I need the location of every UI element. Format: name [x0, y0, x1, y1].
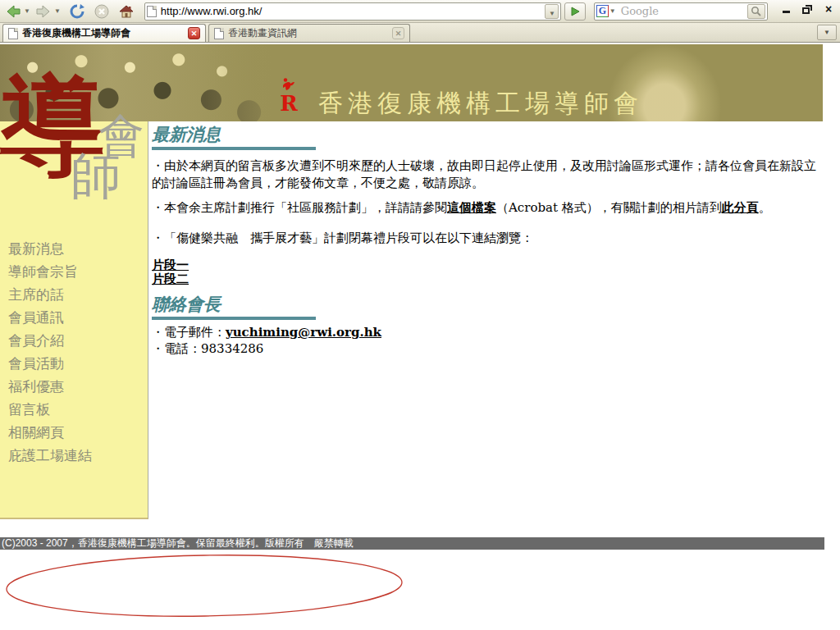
sidebar-item-messageboard[interactable]: 留言板	[8, 399, 92, 422]
news-heading-rule	[152, 147, 316, 150]
sidebar-menu: 最新消息 導師會宗旨 主席的話 會員通訊 會員介紹 會員活動 福利優惠 留言板 …	[8, 238, 92, 468]
copyright-footer: (C)2003 - 2007，香港復康機構工場導師會。保留最終權利。版權所有 嚴…	[0, 537, 824, 550]
contact-heading-rule	[152, 317, 316, 320]
p2-text: 。	[759, 200, 771, 215]
news-paragraph-2: ・本會余主席計劃推行「社區服務計劃」，詳請請參閱這個檔案（Acrobat 格式）…	[152, 199, 818, 217]
contact-heading: 聯絡會長	[152, 293, 818, 316]
engine-dropdown-caret[interactable]: ▼	[609, 7, 616, 15]
email-link[interactable]: yuchiming@rwi.org.hk	[226, 325, 381, 340]
stop-button[interactable]	[92, 2, 112, 21]
tab-close-icon[interactable]: ✕	[392, 27, 404, 39]
back-arrow-icon	[5, 3, 21, 20]
reload-button[interactable]	[67, 2, 87, 21]
restore-button[interactable]	[801, 3, 814, 15]
url-bar[interactable]: http://www.rwi.org.hk/ ▼	[144, 2, 561, 21]
forward-button[interactable]	[34, 2, 53, 21]
sidebar-item-mission[interactable]: 導師會宗旨	[8, 261, 92, 284]
url-dropdown-caret-icon: ▼	[549, 10, 555, 17]
tab-title: 香港復康機構工場導師會	[22, 26, 188, 40]
sidebar-item-related-sites[interactable]: 相關網頁	[8, 422, 92, 445]
home-button[interactable]	[116, 2, 136, 21]
video-links: 片段一 片段二	[152, 258, 818, 286]
search-box[interactable]: G ▼ Google	[594, 2, 768, 21]
site-title: 香港復康機構工場導師會	[318, 87, 643, 121]
tab-close-icon[interactable]: ✕	[188, 27, 200, 39]
sidebar-item-chairman[interactable]: 主席的話	[8, 284, 92, 307]
window-controls: ×	[779, 3, 835, 15]
url-input[interactable]: http://www.rwi.org.hk/	[161, 5, 545, 17]
tab-page-icon	[8, 28, 18, 39]
go-button[interactable]	[564, 2, 586, 21]
video-clip-1-link[interactable]: 片段一	[152, 258, 818, 272]
url-dropdown-button[interactable]: ▼	[545, 4, 559, 19]
page-icon	[147, 6, 157, 17]
pdf-file-link[interactable]: 這個檔案	[447, 200, 496, 215]
sidebar-item-latest-news[interactable]: 最新消息	[8, 238, 92, 261]
news-heading: 最新消息	[152, 123, 818, 146]
close-window-button[interactable]: ×	[822, 3, 835, 15]
site-logo: R	[274, 77, 304, 118]
back-history-caret[interactable]: ▼	[24, 7, 30, 15]
sidebar: 最新消息 導師會宗旨 主席的話 會員通訊 會員介紹 會員活動 福利優惠 留言板 …	[0, 121, 148, 519]
main-content: 最新消息 ・由於本網頁的留言板多次遭到不明來歷的人士破壞，故由即日起停止使用，及…	[152, 123, 818, 356]
tab-page-icon	[214, 28, 224, 39]
forward-history-caret[interactable]: ▼	[54, 7, 61, 15]
p2-text: （Acrobat 格式），有關計劃的相片請到	[496, 200, 722, 215]
site-banner: R 香港復康機構工場導師會	[0, 44, 823, 121]
contact-email-line: ・電子郵件：yuchiming@rwi.org.hk	[152, 325, 818, 340]
tab-bar: 香港復康機構工場導師會 ✕ 香港動畫資訊網 ✕ ▼	[0, 23, 840, 43]
video-clip-2-link[interactable]: 片段二	[152, 272, 818, 286]
annotation-ellipse	[0, 502, 418, 625]
back-button[interactable]	[3, 2, 23, 21]
sidebar-item-members[interactable]: 會員介紹	[8, 330, 92, 353]
p2-text: ・本會余主席計劃推行「社區服務計劃」，詳請請參閱	[152, 200, 447, 215]
sidebar-item-activities[interactable]: 會員活動	[8, 353, 92, 376]
news-paragraph-3: ・「傷健樂共融 攜手展才藝」計劃閉幕禮片段可以在以下連結瀏覽：	[152, 230, 818, 247]
stop-icon	[94, 3, 110, 20]
news-paragraph-1: ・由於本網頁的留言板多次遭到不明來歷的人士破壞，故由即日起停止使用，及改用討論區…	[152, 158, 818, 192]
contact-phone-line: ・電話：98334286	[152, 341, 818, 356]
reload-icon	[69, 3, 85, 20]
forward-arrow-icon	[35, 3, 52, 20]
search-input[interactable]: Google	[621, 5, 747, 17]
tab-animation-info[interactable]: 香港動畫資訊網 ✕	[208, 24, 410, 42]
browser-toolbar: ▼ ▼ http://www.rwi.org.hk/ ▼	[0, 0, 840, 23]
search-submit-button[interactable]	[747, 4, 765, 19]
page-viewport: R 香港復康機構工場導師會 最新消息 導師會宗旨 主席的話 會員通訊 會員介紹 …	[0, 43, 840, 630]
sidebar-item-benefits[interactable]: 福利優惠	[8, 376, 92, 399]
sidebar-item-workshop-links[interactable]: 庇護工場連結	[8, 445, 92, 468]
home-icon	[118, 3, 135, 20]
sidebar-item-newsletter[interactable]: 會員通訊	[8, 307, 92, 330]
photos-page-link[interactable]: 此分頁	[722, 200, 759, 215]
minimize-button[interactable]	[779, 3, 792, 15]
logo-letter: R	[274, 94, 304, 113]
email-label: ・電子郵件：	[152, 325, 226, 340]
tab-title: 香港動畫資訊網	[228, 26, 392, 40]
tab-list-dropdown-button[interactable]: ▼	[817, 25, 837, 40]
magnifier-icon	[751, 6, 762, 17]
google-engine-icon[interactable]: G	[596, 5, 609, 17]
tab-rwi[interactable]: 香港復康機構工場導師會 ✕	[2, 24, 206, 42]
go-arrow-icon	[569, 6, 581, 17]
